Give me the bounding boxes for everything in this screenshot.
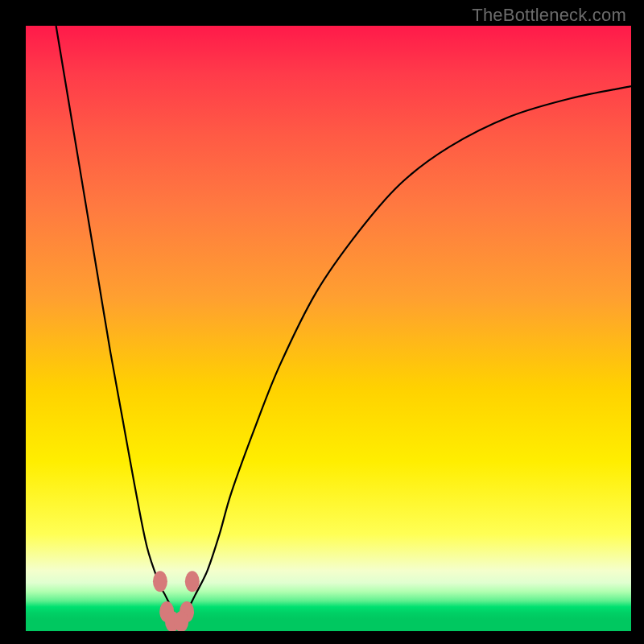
marker-dot [185,571,200,592]
plot-area [26,26,631,631]
bottleneck-curve [56,26,631,621]
attribution-text: TheBottleneck.com [472,5,626,26]
marker-dot [153,571,167,592]
marker-dot [174,611,188,631]
curve-canvas [26,26,631,631]
